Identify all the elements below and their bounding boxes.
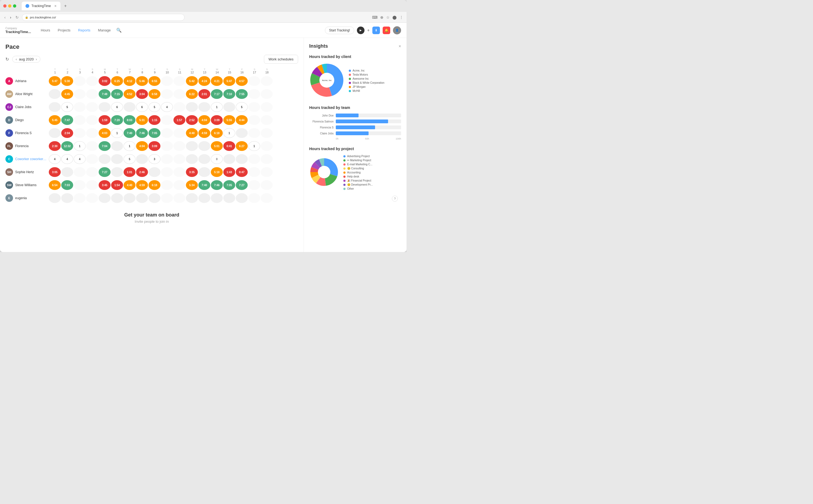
day-cell[interactable]: 7:40 <box>124 128 135 138</box>
day-cell[interactable] <box>99 193 111 203</box>
day-cell[interactable] <box>261 193 273 203</box>
day-cell[interactable]: 0:41 <box>223 141 235 151</box>
day-cell[interactable]: 7:10 <box>223 89 235 99</box>
close-dot[interactable] <box>3 4 7 8</box>
day-cell[interactable]: 5 <box>236 102 248 112</box>
day-cell[interactable] <box>161 167 173 177</box>
day-cell[interactable]: 4:04 <box>198 115 210 125</box>
forward-button[interactable]: › <box>9 14 12 21</box>
person-name[interactable]: Florencia <box>15 144 28 148</box>
day-cell[interactable]: 5:30 <box>61 76 73 86</box>
day-cell[interactable]: 6:22 <box>186 89 198 99</box>
day-cell[interactable] <box>173 193 185 203</box>
day-cell[interactable] <box>198 154 210 164</box>
day-cell[interactable]: 7:27 <box>99 167 111 177</box>
day-cell[interactable] <box>236 193 248 203</box>
day-cell[interactable]: 6:54 <box>49 180 61 190</box>
day-cell[interactable]: 1 <box>124 141 135 151</box>
day-cell[interactable]: 1:57 <box>173 115 185 125</box>
day-cell[interactable]: 7:46 <box>211 180 223 190</box>
day-cell[interactable]: 3:05 <box>49 167 61 177</box>
day-cell[interactable] <box>111 141 123 151</box>
work-schedules-button[interactable]: Work schedules <box>264 55 298 64</box>
day-cell[interactable]: 7:17 <box>211 89 223 99</box>
day-cell[interactable]: 5:31 <box>136 115 148 125</box>
day-cell[interactable] <box>86 128 98 138</box>
day-cell[interactable]: 4 <box>61 154 73 164</box>
day-cell[interactable]: 4 <box>74 154 86 164</box>
day-cell[interactable]: 7:03 <box>61 180 73 190</box>
day-cell[interactable] <box>136 193 148 203</box>
day-cell[interactable] <box>49 102 61 112</box>
day-cell[interactable]: 5:45 <box>49 115 61 125</box>
day-cell[interactable] <box>248 76 260 86</box>
day-cell[interactable] <box>173 154 185 164</box>
day-cell[interactable]: 1 <box>74 141 86 151</box>
day-cell[interactable] <box>248 102 260 112</box>
day-cell[interactable] <box>99 154 111 164</box>
day-cell[interactable] <box>161 141 173 151</box>
day-cell[interactable] <box>49 128 61 138</box>
day-cell[interactable]: 3:04 <box>136 89 148 99</box>
day-cell[interactable] <box>86 141 98 151</box>
play-button[interactable]: ▶ <box>357 27 364 34</box>
day-cell[interactable]: 4:04 <box>136 141 148 151</box>
day-cell[interactable] <box>86 76 98 86</box>
prev-month-btn[interactable]: ‹ <box>16 57 17 61</box>
day-cell[interactable] <box>74 76 86 86</box>
day-cell[interactable]: 2:30 <box>49 141 61 151</box>
day-cell[interactable] <box>74 89 86 99</box>
day-cell[interactable]: 7:04 <box>99 141 111 151</box>
day-cell[interactable]: 1:15 <box>149 115 160 125</box>
day-cell[interactable] <box>173 89 185 99</box>
day-cell[interactable] <box>198 193 210 203</box>
day-cell[interactable]: 4:40 <box>186 128 198 138</box>
day-cell[interactable] <box>86 115 98 125</box>
person-name[interactable]: Diego <box>15 118 24 122</box>
day-cell[interactable] <box>248 180 260 190</box>
person-name[interactable]: Sophie Hertz <box>15 170 34 174</box>
day-cell[interactable]: 12:32 <box>61 141 73 151</box>
day-cell[interactable]: 7:55 <box>236 89 248 99</box>
tab-close-btn[interactable]: ✕ <box>54 4 57 8</box>
day-cell[interactable]: 5:18 <box>211 167 223 177</box>
day-cell[interactable]: 7:05 <box>223 180 235 190</box>
day-cell[interactable] <box>261 76 273 86</box>
day-cell[interactable]: 6 <box>111 102 123 112</box>
tab-add-btn[interactable]: + <box>64 4 67 8</box>
day-cell[interactable] <box>111 193 123 203</box>
day-cell[interactable]: 2:04 <box>61 128 73 138</box>
day-cell[interactable] <box>248 128 260 138</box>
day-cell[interactable]: 4:24 <box>198 76 210 86</box>
day-cell[interactable] <box>261 115 273 125</box>
day-cell[interactable] <box>186 154 198 164</box>
refresh-button[interactable]: ↻ <box>14 14 20 21</box>
day-cell[interactable]: 4:44 <box>236 115 248 125</box>
day-cell[interactable]: 2:46 <box>136 167 148 177</box>
day-cell[interactable] <box>86 180 98 190</box>
day-cell[interactable] <box>223 154 235 164</box>
day-cell[interactable]: 4:57 <box>236 76 248 86</box>
person-name[interactable]: Adriana <box>15 79 26 83</box>
day-cell[interactable] <box>223 102 235 112</box>
day-cell[interactable]: 6:18 <box>149 180 160 190</box>
day-cell[interactable] <box>173 76 185 86</box>
day-cell[interactable]: 1 <box>223 128 235 138</box>
browser-tab[interactable]: TrackingTime ✕ <box>22 2 60 10</box>
day-cell[interactable]: 6:25 <box>111 76 123 86</box>
refresh-pace-btn[interactable]: ↻ <box>5 57 9 62</box>
day-cell[interactable]: 2:01 <box>198 89 210 99</box>
day-cell[interactable] <box>261 102 273 112</box>
day-cell[interactable]: 1:43 <box>223 167 235 177</box>
day-cell[interactable] <box>86 193 98 203</box>
day-cell[interactable] <box>161 115 173 125</box>
day-cell[interactable] <box>124 102 135 112</box>
day-cell[interactable] <box>261 154 273 164</box>
day-cell[interactable]: 8:03 <box>124 115 135 125</box>
person-name[interactable]: eugenia <box>15 196 27 200</box>
day-cell[interactable] <box>74 193 86 203</box>
day-cell[interactable] <box>161 154 173 164</box>
back-button[interactable]: ‹ <box>3 14 7 21</box>
day-cell[interactable] <box>49 193 61 203</box>
search-icon[interactable]: 🔍 <box>116 28 122 33</box>
